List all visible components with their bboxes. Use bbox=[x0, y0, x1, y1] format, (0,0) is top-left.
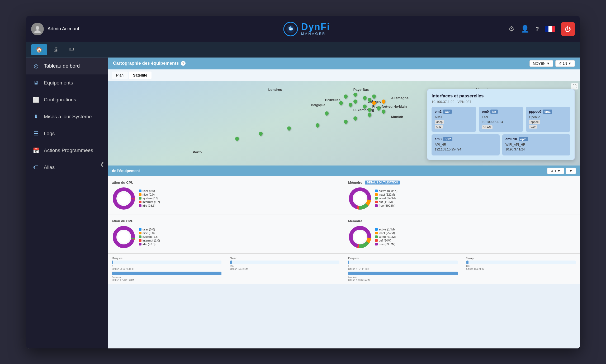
users-icon[interactable]: 👤 bbox=[521, 25, 529, 33]
sidebar-item-configurations[interactable]: ⬜ Configurations bbox=[26, 91, 108, 108]
iface-pppoe0-tag-pppoe: pppoe bbox=[529, 120, 540, 124]
map-help-icon[interactable]: ? bbox=[181, 61, 186, 66]
map-pin-12[interactable] bbox=[381, 109, 386, 114]
disk1-bar2 bbox=[112, 272, 221, 275]
cpu2-legend-system: system (1.8) bbox=[139, 235, 160, 238]
mem1-legend-inact: inact (322M) bbox=[375, 193, 397, 196]
map-pin-13[interactable] bbox=[367, 112, 372, 117]
dynfi-logo-icon bbox=[283, 22, 298, 36]
map-pin-1[interactable] bbox=[343, 94, 348, 99]
swap2-bar bbox=[466, 261, 468, 264]
equipements-icon: 🖥 bbox=[32, 79, 40, 87]
actions-icon: 📅 bbox=[32, 147, 40, 154]
disk2-bar2 bbox=[348, 272, 458, 275]
map-pin-19[interactable] bbox=[258, 131, 263, 136]
sidebar-collapse-icon[interactable]: ❮ bbox=[100, 161, 105, 167]
map-pin-6[interactable] bbox=[353, 99, 358, 104]
tab-home[interactable]: 🏠 bbox=[31, 44, 47, 55]
disk1-mount1: / bbox=[112, 265, 221, 268]
swap1-bar bbox=[230, 261, 232, 264]
disk1-mount2: /var/run bbox=[112, 276, 221, 279]
disk1-label: Disques bbox=[112, 257, 221, 260]
iface-em0-tags: VLAN bbox=[482, 125, 520, 129]
updates-icon: ⬇ bbox=[32, 113, 40, 120]
disk1-bar1 bbox=[112, 261, 113, 264]
language-flag[interactable] bbox=[545, 26, 555, 32]
dashboard-icon: ◎ bbox=[32, 62, 40, 70]
map-pin-8[interactable] bbox=[348, 102, 353, 107]
map-pin-14[interactable] bbox=[353, 116, 358, 121]
power-button[interactable]: ⏻ bbox=[561, 22, 575, 36]
cpu1-donut bbox=[112, 187, 136, 210]
map-label-brussels: Bruxelles bbox=[325, 98, 340, 102]
admin-account-label: Admin Account bbox=[48, 26, 79, 32]
stats-controls: ↺ 1 ▼ ▼ bbox=[547, 168, 576, 174]
header-right: ⚙ 👤 ? ⏻ bbox=[508, 22, 575, 36]
iface-em3-type: API_HR bbox=[435, 143, 496, 146]
sidebar-item-actions[interactable]: 📅 Actions Programmées bbox=[26, 142, 108, 159]
swap2-pct: 0% bbox=[466, 265, 576, 268]
alias-icon: 🏷 bbox=[32, 164, 40, 171]
map-pin-20[interactable] bbox=[234, 136, 240, 141]
sidebar-item-logs[interactable]: ☰ Logs bbox=[26, 125, 108, 142]
stats-time-btn[interactable]: ▼ bbox=[566, 168, 576, 174]
swap1-bar-container bbox=[230, 261, 340, 264]
map-tab-plan[interactable]: Plan bbox=[112, 72, 128, 79]
stats-mem2: Mémoire ac bbox=[344, 215, 580, 253]
map-pin-3[interactable] bbox=[362, 95, 367, 101]
sidebar-item-equipements[interactable]: 🖥 Equipements bbox=[26, 74, 108, 91]
map-fullscreen-btn[interactable]: ⛶ bbox=[571, 83, 578, 89]
iface-pppoe0-gw: GW bbox=[529, 125, 567, 129]
iface-em0-type: LAN bbox=[482, 115, 520, 119]
iface-em2-badge: wan bbox=[443, 110, 452, 114]
tab-tag[interactable]: 🏷 bbox=[64, 44, 79, 55]
disk2-mount2: /var/run bbox=[348, 276, 458, 279]
map-pin-orange-1[interactable] bbox=[381, 99, 386, 104]
cpu2-donut bbox=[112, 225, 136, 249]
cpu1-legend-system: system (0.0) bbox=[139, 197, 160, 200]
logs-icon: ☰ bbox=[32, 130, 40, 137]
map-pin-15[interactable] bbox=[343, 119, 348, 124]
map-pin-18[interactable] bbox=[286, 126, 292, 131]
stats-refresh-btn[interactable]: ↺ 1 ▼ bbox=[547, 168, 564, 174]
mem1-detail-btn[interactable]: DÉTAILS D'UTILISATION bbox=[365, 181, 400, 185]
stats-mem2-inner: active (14M) inact (257M) wired (619M) b… bbox=[348, 225, 576, 249]
iface-em3-ip: 192.168.15.254/24 bbox=[435, 148, 496, 151]
logo-text: DynFi MANAGER bbox=[301, 22, 330, 36]
map-pin-16[interactable] bbox=[324, 111, 329, 116]
sidebar-item-dashboard[interactable]: ◎ Tableau de bord bbox=[26, 58, 108, 74]
help-icon[interactable]: ? bbox=[536, 26, 539, 32]
sidebar-item-alias[interactable]: 🏷 Alias ❮ bbox=[26, 159, 108, 176]
popup-interface-grid-top: em2 wan ADSL dhcp GW bbox=[432, 107, 570, 132]
iface-em2-tags: dhcp bbox=[435, 120, 473, 124]
mem1-legend-buf: buf (116M) bbox=[375, 200, 397, 204]
disk2-cell: Disques / Utilisé 1G/111.00G /var/run Ut… bbox=[344, 254, 462, 284]
iface-em2-header: em2 wan bbox=[435, 110, 473, 114]
cpu1-legend-idle: idle (98.3) bbox=[139, 204, 160, 207]
iface-em090-name: em0.90 bbox=[505, 137, 517, 141]
sidebar-label-logs: Logs bbox=[44, 131, 55, 136]
header: Admin Account DynFi MANAGER ⚙ 👤 ? bbox=[26, 16, 580, 42]
settings-icon[interactable]: ⚙ bbox=[508, 25, 514, 33]
tab-print[interactable]: 🖨 bbox=[48, 44, 63, 55]
mem2-legend-free: free (6987M) bbox=[375, 243, 396, 246]
sidebar-label-configurations: Configurations bbox=[44, 97, 76, 103]
mem2-donut bbox=[348, 225, 372, 249]
map-time-btn[interactable]: ↺ 1N ▼ bbox=[555, 60, 575, 67]
map-pin-17[interactable] bbox=[315, 122, 320, 128]
iface-em090-ip: 10.90.37.1/24 bbox=[505, 148, 567, 151]
sidebar-item-updates[interactable]: ⬇ Mises à jour Système bbox=[26, 108, 108, 125]
iface-em2-gw: GW bbox=[435, 125, 473, 129]
iface-card-pppoe0: pppoe0 opt1 OpenIP pppoe GW bbox=[526, 107, 570, 132]
main-layout: ◎ Tableau de bord 🖥 Equipements ⬜ Config… bbox=[26, 58, 580, 348]
sidebar-label-equipements: Equipements bbox=[44, 80, 73, 86]
map-pin-2[interactable] bbox=[353, 92, 358, 97]
mem2-legend-inact: inact (257M) bbox=[375, 231, 396, 235]
logo-area: DynFi MANAGER bbox=[105, 22, 508, 36]
map-tab-satellite[interactable]: Satellite bbox=[129, 72, 152, 79]
disk2-label: Disques bbox=[348, 257, 458, 260]
stats-cpu1-inner: user (0.0) nice (0.0) system (0.0) inter… bbox=[112, 187, 339, 210]
map-pin-4[interactable] bbox=[371, 94, 377, 99]
map-zoom-btn[interactable]: MOYEN ▼ bbox=[529, 60, 553, 67]
cpu2-legend-interrupt: interrupt (1.0) bbox=[139, 239, 160, 242]
